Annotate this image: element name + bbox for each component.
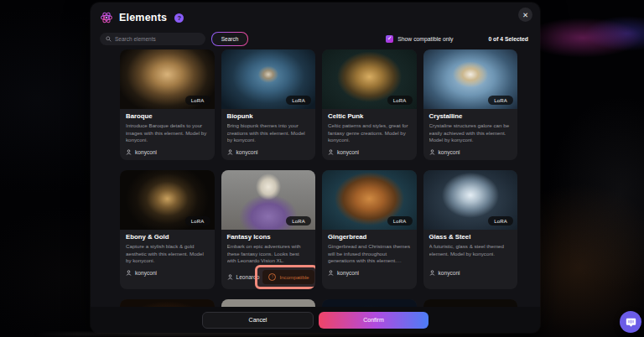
card-description: Celtic patterns and styles, great for fa… <box>328 122 411 144</box>
cancel-button[interactable]: Cancel <box>202 312 314 329</box>
card-celtic-punk-image: LoRA <box>322 49 417 109</box>
card-author: konyconi <box>337 149 359 155</box>
person-icon <box>227 149 233 155</box>
card-author: konyconi <box>337 270 359 276</box>
person-icon <box>429 149 435 155</box>
card-author: konyconi <box>236 149 258 155</box>
card-description: Embark on epic adventures with these fan… <box>227 243 310 265</box>
person-icon <box>126 270 132 276</box>
card-author: konyconi <box>135 149 157 155</box>
incompatible-badge: ! Incompatible <box>262 270 314 284</box>
card-celtic-punk[interactable]: LoRA Celtic Punk Celtic patterns and sty… <box>322 49 417 160</box>
card-author: konyconi <box>135 270 157 276</box>
lora-badge: LoRA <box>286 96 311 105</box>
card-gingerbread-image: LoRA <box>322 170 417 230</box>
card-description: Gingerbread and Christmas themes will be… <box>328 243 411 265</box>
search-button[interactable]: Search <box>211 32 248 46</box>
confirm-button[interactable]: Confirm <box>319 312 428 329</box>
lora-badge: LoRA <box>488 216 513 226</box>
search-icon <box>106 36 112 42</box>
show-compatible-label: Show compatible only <box>397 36 453 42</box>
person-icon <box>328 270 334 276</box>
card-fantasy-icons[interactable]: LoRA Fantasy Icons Embark on epic advent… <box>221 170 316 289</box>
card-description: A futuristic, glass & steel themed eleme… <box>429 243 512 265</box>
show-compatible-checkbox[interactable] <box>386 35 393 43</box>
card-crystalline-image: LoRA <box>423 49 518 109</box>
chat-bubble-button[interactable] <box>620 311 641 333</box>
card-baroque-image: LoRA <box>120 49 215 109</box>
card-title: Fantasy Icons <box>227 233 310 241</box>
card-fantasy-icons-image: LoRA <box>221 170 316 230</box>
card-description: Crystaline structures galore can be easi… <box>429 122 512 144</box>
lora-badge: LoRA <box>286 216 311 226</box>
card-title: Crystalline <box>429 112 512 120</box>
person-icon <box>429 270 435 276</box>
elements-atom-icon <box>100 11 113 24</box>
card-description: Introduce Baroque details to your images… <box>126 122 209 144</box>
modal-footer: Cancel Confirm <box>91 307 540 333</box>
card-ebony-gold[interactable]: LoRA Ebony & Gold Capture a stylish blac… <box>120 170 215 289</box>
card-title: Ebony & Gold <box>126 233 209 241</box>
card-biopunk[interactable]: LoRA Biopunk Bring biopunk themes into y… <box>221 49 316 160</box>
help-badge[interactable]: ? <box>174 13 184 23</box>
incompatible-label: Incompatible <box>279 274 309 280</box>
card-biopunk-image: LoRA <box>221 49 316 109</box>
card-author: konyconi <box>439 149 460 155</box>
person-icon <box>126 149 132 155</box>
search-box <box>100 33 205 45</box>
card-description: Bring biopunk themes into your creations… <box>227 122 310 144</box>
card-title: Baroque <box>126 112 209 120</box>
card-title: Glass & Steel <box>429 233 512 241</box>
search-input[interactable] <box>115 36 200 42</box>
card-author: Leonardo <box>236 274 260 280</box>
card-gingerbread[interactable]: LoRA Gingerbread Gingerbread and Christm… <box>322 170 417 289</box>
lora-badge: LoRA <box>185 96 210 105</box>
warning-icon: ! <box>268 273 276 281</box>
person-icon <box>227 274 233 280</box>
card-title: Gingerbread <box>328 233 411 241</box>
card-glass-steel-image: LoRA <box>423 170 518 230</box>
close-icon[interactable]: ✕ <box>518 8 532 22</box>
person-icon <box>328 149 334 155</box>
card-title: Biopunk <box>227 112 310 120</box>
lora-badge: LoRA <box>185 216 210 226</box>
modal-title: Elements <box>119 12 167 23</box>
lora-badge: LoRA <box>488 96 513 105</box>
card-description: Capture a stylish black & gold aesthetic… <box>126 243 209 265</box>
card-crystalline[interactable]: LoRA Crystalline Crystaline structures g… <box>423 49 518 160</box>
elements-modal: Elements ? ✕ Search Show compatible only… <box>91 3 540 333</box>
elements-grid: LoRA Baroque Introduce Baroque details t… <box>120 49 517 333</box>
card-ebony-gold-image: LoRA <box>120 170 215 230</box>
card-author: konyconi <box>439 270 460 276</box>
modal-header: Elements ? ✕ Search Show compatible only… <box>91 3 540 45</box>
show-compatible-filter[interactable]: Show compatible only <box>386 35 453 43</box>
chat-icon <box>626 317 636 328</box>
lora-badge: LoRA <box>387 216 413 226</box>
lora-badge: LoRA <box>387 96 413 105</box>
selection-count: 0 of 4 Selected <box>488 36 528 42</box>
card-baroque[interactable]: LoRA Baroque Introduce Baroque details t… <box>120 49 215 160</box>
card-glass-steel[interactable]: LoRA Glass & Steel A futuristic, glass &… <box>423 170 518 289</box>
card-title: Celtic Punk <box>328 112 411 120</box>
